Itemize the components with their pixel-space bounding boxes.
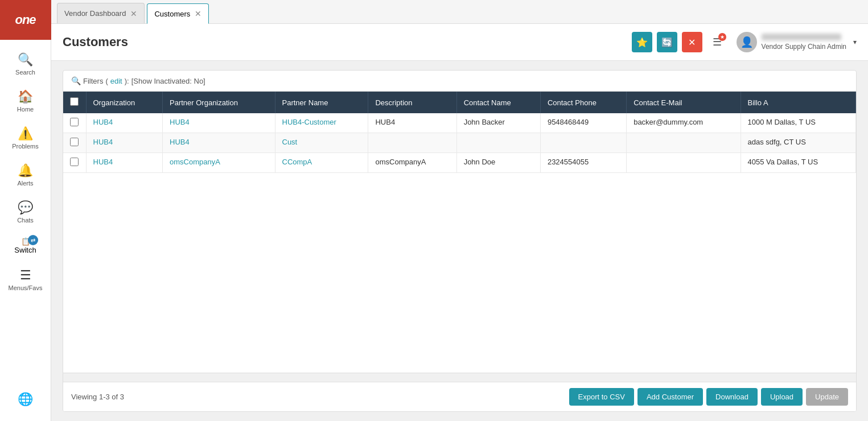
cell-organization[interactable]: HUB4	[86, 153, 163, 173]
page-header: Customers ⭐ 🔄 ✕ ☰ ★ 👤 Vendor Supply Chai…	[51, 24, 868, 61]
col-description: Description	[368, 92, 456, 113]
avatar: 👤	[737, 32, 757, 52]
select-all-header[interactable]	[63, 92, 86, 113]
row-select-cell[interactable]	[63, 113, 86, 133]
filter-icon: 🔍	[71, 76, 81, 85]
sidebar-item-label: Search	[15, 69, 35, 76]
cell-billo: adas sdfg, CT US	[741, 133, 856, 153]
sidebar-item-label: Home	[17, 106, 34, 113]
cell-description: HUB4	[368, 113, 456, 133]
horizontal-scrollbar[interactable]	[63, 373, 856, 382]
cell-link-organization[interactable]: HUB4	[93, 118, 113, 126]
sidebar-item-chats[interactable]: 💬 Chats	[0, 193, 51, 230]
add-customer-button[interactable]: Add Customer	[637, 388, 703, 406]
cell-contact_name: John Backer	[456, 113, 540, 133]
col-contact-phone: Contact Phone	[540, 92, 626, 113]
cell-link-partner_name[interactable]: Cust	[282, 138, 298, 146]
cell-partner_organization[interactable]: HUB4	[163, 113, 275, 133]
cell-link-organization[interactable]: HUB4	[93, 138, 113, 146]
cell-contact_name: John Doe	[456, 153, 540, 173]
tab-customers[interactable]: Customers ✕	[147, 3, 209, 24]
cell-link-partner_organization[interactable]: HUB4	[170, 138, 190, 146]
cell-contact_email: backer@dummy.com	[627, 113, 741, 133]
row-checkbox[interactable]	[70, 138, 79, 146]
app-logo[interactable]: one	[0, 0, 51, 40]
row-select-cell[interactable]	[63, 153, 86, 173]
sidebar-item-label: Alerts	[17, 180, 33, 187]
download-button[interactable]: Download	[706, 388, 758, 406]
cell-link-partner_name[interactable]: CCompA	[282, 158, 312, 166]
filters-paren-open: (	[105, 77, 108, 85]
tab-close-customers[interactable]: ✕	[195, 9, 201, 18]
cell-billo: 4055 Va Dallas, T US	[741, 153, 856, 173]
user-info[interactable]: 👤 Vendor Supply Chain Admin ▾	[737, 32, 857, 52]
table-row[interactable]: HUB4omsCompanyACCompAomsCompanyAJohn Doe…	[63, 153, 856, 173]
user-name-blurred	[762, 34, 841, 40]
upload-button[interactable]: Upload	[761, 388, 803, 406]
select-all-checkbox[interactable]	[70, 97, 79, 106]
filters-bar: 🔍 Filters ( edit ): [Show Inactivated: N…	[63, 71, 856, 92]
content-area: 🔍 Filters ( edit ): [Show Inactivated: N…	[51, 61, 868, 421]
chat-icon: 💬	[18, 200, 33, 215]
tab-vendor-dashboard[interactable]: Vendor Dashboard ✕	[57, 3, 145, 23]
cell-link-partner_organization[interactable]: omsCompanyA	[170, 158, 220, 166]
cell-partner_organization[interactable]: HUB4	[163, 133, 275, 153]
favorite-button[interactable]: ⭐	[632, 32, 652, 52]
cell-contact_phone: 9548468449	[540, 113, 626, 133]
col-partner-organization: Partner Organization	[163, 92, 275, 113]
sidebar-item-label: Problems	[12, 143, 38, 150]
update-button[interactable]: Update	[806, 388, 848, 406]
user-role: Vendor Supply Chain Admin	[762, 43, 846, 51]
sidebar-item-problems[interactable]: ⚠️ Problems	[0, 119, 51, 156]
cell-link-partner_name[interactable]: HUB4-Customer	[282, 118, 336, 126]
search-icon: 🔍	[18, 52, 33, 67]
col-contact-name: Contact Name	[456, 92, 540, 113]
cell-contact_name	[456, 133, 540, 153]
notification-badge: ★	[718, 33, 726, 41]
switch-badge: ⇄	[28, 235, 38, 245]
header-actions: ⭐ 🔄 ✕ ☰ ★ 👤 Vendor Supply Chain Admin ▾	[632, 32, 857, 52]
row-checkbox[interactable]	[70, 158, 79, 166]
menu-button[interactable]: ☰ ★	[707, 32, 727, 52]
cell-link-partner_organization[interactable]: HUB4	[170, 118, 190, 126]
table-row[interactable]: HUB4HUB4Custadas sdfg, CT US	[63, 133, 856, 153]
refresh-button[interactable]: 🔄	[657, 32, 677, 52]
cell-billo: 1000 M Dallas, T US	[741, 113, 856, 133]
logo-text: one	[15, 13, 35, 27]
bell-icon: 🔔	[18, 163, 33, 178]
tab-close-vendor-dashboard[interactable]: ✕	[130, 9, 137, 18]
sidebar-item-alerts[interactable]: 🔔 Alerts	[0, 156, 51, 193]
table-header-row: Organization Partner Organization Partne…	[63, 92, 856, 113]
sidebar-item-label: Switch	[14, 246, 36, 254]
sidebar-item-home[interactable]: 🏠 Home	[0, 82, 51, 119]
cell-link-organization[interactable]: HUB4	[93, 158, 113, 166]
sidebar-bottom: 🌐	[18, 385, 33, 421]
dropdown-arrow-icon: ▾	[853, 38, 857, 46]
sidebar-nav: 🔍 Search 🏠 Home ⚠️ Problems 🔔 Alerts 💬 C…	[0, 40, 51, 385]
cell-partner_name[interactable]: Cust	[275, 133, 368, 153]
sidebar-item-switch[interactable]: 📋 Switch ⇄	[0, 230, 51, 261]
table-body: HUB4HUB4HUB4-CustomerHUB4John Backer9548…	[63, 113, 856, 173]
table-container: 🔍 Filters ( edit ): [Show Inactivated: N…	[63, 70, 857, 412]
row-select-cell[interactable]	[63, 133, 86, 153]
viewing-text: Viewing 1-3 of 3	[71, 393, 124, 401]
close-button[interactable]: ✕	[682, 32, 702, 52]
table-scroll[interactable]: Organization Partner Organization Partne…	[63, 92, 856, 373]
col-contact-email: Contact E-Mail	[627, 92, 741, 113]
table-footer: Viewing 1-3 of 3 Export to CSV Add Custo…	[63, 382, 856, 411]
table-row[interactable]: HUB4HUB4HUB4-CustomerHUB4John Backer9548…	[63, 113, 856, 133]
cell-partner_organization[interactable]: omsCompanyA	[163, 153, 275, 173]
tab-label: Customers	[154, 10, 190, 18]
sidebar-item-globe[interactable]: 🌐	[18, 385, 33, 415]
home-icon: 🏠	[18, 89, 33, 104]
export-csv-button[interactable]: Export to CSV	[569, 388, 634, 406]
row-checkbox[interactable]	[70, 118, 79, 126]
cell-description	[368, 133, 456, 153]
cell-organization[interactable]: HUB4	[86, 113, 163, 133]
sidebar-item-menus[interactable]: ☰ Menus/Favs	[0, 261, 51, 298]
cell-partner_name[interactable]: CCompA	[275, 153, 368, 173]
filters-edit-link[interactable]: edit	[110, 77, 122, 85]
sidebar-item-search[interactable]: 🔍 Search	[0, 46, 51, 82]
cell-organization[interactable]: HUB4	[86, 133, 163, 153]
cell-partner_name[interactable]: HUB4-Customer	[275, 113, 368, 133]
